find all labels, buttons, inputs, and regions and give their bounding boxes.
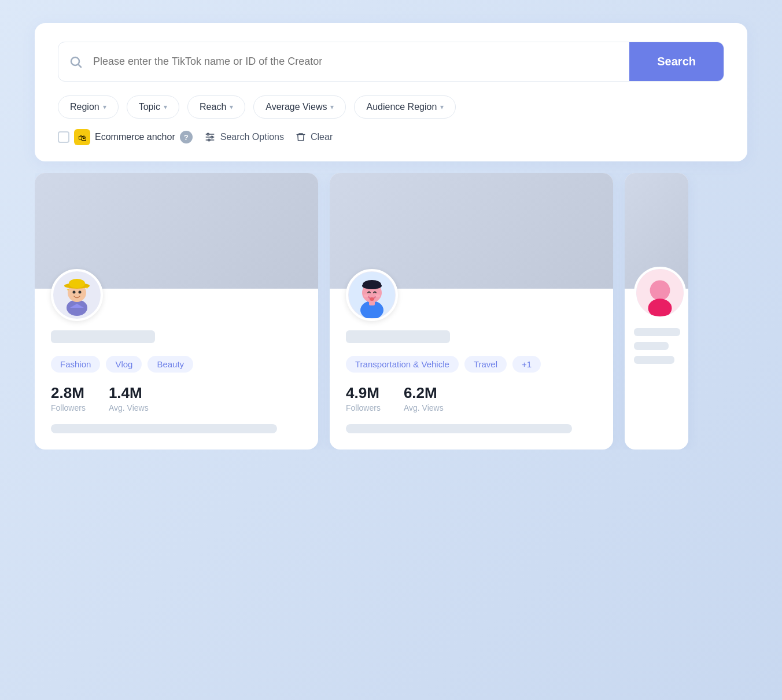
action-placeholder bbox=[51, 424, 277, 433]
followers-stat: 2.8M Followers bbox=[51, 384, 86, 412]
tag[interactable]: Vlog bbox=[106, 356, 142, 373]
search-options-button[interactable]: Search Options bbox=[204, 131, 284, 143]
avg-views-label: Avg. Views bbox=[404, 403, 444, 412]
avg-views-stat: 6.2M Avg. Views bbox=[404, 384, 444, 412]
svg-point-27 bbox=[650, 280, 670, 300]
followers-label: Followers bbox=[346, 403, 381, 412]
partial-creator-card bbox=[625, 173, 688, 450]
card-body: ✦ ✦ Fashion Vlog Beauty 2.8M bbox=[35, 289, 318, 450]
search-button[interactable]: Search bbox=[629, 42, 724, 81]
followers-value: 4.9M bbox=[346, 384, 381, 402]
svg-line-1 bbox=[79, 64, 81, 67]
search-input[interactable] bbox=[93, 43, 629, 80]
ecommerce-checkbox[interactable] bbox=[58, 131, 69, 143]
stats-row: 4.9M Followers 6.2M Avg. Views bbox=[346, 384, 597, 412]
page-wrapper: Search Region ▾ Topic ▾ Reach ▾ Average … bbox=[35, 23, 747, 450]
cards-area: ✦ ✦ Fashion Vlog Beauty 2.8M bbox=[35, 173, 747, 450]
followers-value: 2.8M bbox=[51, 384, 86, 402]
svg-point-24 bbox=[364, 294, 368, 297]
chevron-down-icon: ▾ bbox=[230, 103, 233, 111]
options-row: 🛍 Ecommerce anchor ? Search Options bbox=[58, 129, 724, 145]
chevron-down-icon: ▾ bbox=[330, 103, 334, 111]
partial-card-body bbox=[625, 289, 688, 373]
chevron-down-icon: ▾ bbox=[440, 103, 444, 111]
creator-card: Transportation & Vehicle Travel +1 4.9M … bbox=[330, 173, 613, 450]
name-placeholder bbox=[51, 330, 155, 343]
help-icon[interactable]: ? bbox=[180, 131, 193, 143]
audience-region-filter[interactable]: Audience Region ▾ bbox=[354, 95, 456, 119]
svg-text:✦: ✦ bbox=[67, 288, 69, 292]
tag[interactable]: Fashion bbox=[51, 356, 100, 373]
reach-filter[interactable]: Reach ▾ bbox=[187, 95, 245, 119]
svg-point-23 bbox=[370, 297, 374, 301]
ecommerce-anchor-wrapper: 🛍 Ecommerce anchor ? bbox=[58, 129, 193, 145]
avg-views-value: 1.4M bbox=[109, 384, 149, 402]
tag[interactable]: Travel bbox=[464, 356, 507, 373]
search-icon bbox=[58, 55, 93, 69]
svg-text:✦: ✦ bbox=[85, 285, 89, 290]
tags-row: Fashion Vlog Beauty bbox=[51, 356, 302, 373]
avatar-wrapper bbox=[346, 269, 597, 321]
tag[interactable]: +1 bbox=[512, 356, 541, 373]
action-placeholder bbox=[346, 424, 572, 433]
filters-row: Region ▾ Topic ▾ Reach ▾ Average Views ▾… bbox=[58, 95, 724, 119]
stats-row: 2.8M Followers 1.4M Avg. Views bbox=[51, 384, 302, 412]
search-bar: Search bbox=[58, 42, 724, 82]
card-body: Transportation & Vehicle Travel +1 4.9M … bbox=[330, 289, 613, 450]
svg-point-22 bbox=[362, 282, 382, 289]
svg-point-14 bbox=[79, 291, 82, 294]
avatar bbox=[346, 269, 398, 321]
ecommerce-label: Ecommerce anchor bbox=[95, 132, 175, 142]
partial-line bbox=[634, 342, 669, 350]
partial-card-lines bbox=[634, 328, 679, 364]
region-filter[interactable]: Region ▾ bbox=[58, 95, 119, 119]
tags-row: Transportation & Vehicle Travel +1 bbox=[346, 356, 597, 373]
followers-label: Followers bbox=[51, 403, 86, 412]
chevron-down-icon: ▾ bbox=[164, 103, 167, 111]
avg-views-value: 6.2M bbox=[404, 384, 444, 402]
avg-views-label: Avg. Views bbox=[109, 403, 149, 412]
followers-stat: 4.9M Followers bbox=[346, 384, 381, 412]
name-placeholder bbox=[346, 330, 450, 343]
tag[interactable]: Transportation & Vehicle bbox=[346, 356, 459, 373]
partial-line bbox=[634, 328, 680, 336]
partial-line bbox=[634, 356, 674, 364]
ecommerce-bag-icon: 🛍 bbox=[74, 129, 90, 145]
search-panel: Search Region ▾ Topic ▾ Reach ▾ Average … bbox=[35, 23, 747, 161]
avg-views-stat: 1.4M Avg. Views bbox=[109, 384, 149, 412]
topic-filter[interactable]: Topic ▾ bbox=[127, 95, 179, 119]
avg-views-filter[interactable]: Average Views ▾ bbox=[253, 95, 346, 119]
partial-avatar bbox=[634, 267, 686, 319]
creator-card: ✦ ✦ Fashion Vlog Beauty 2.8M bbox=[35, 173, 318, 450]
chevron-down-icon: ▾ bbox=[103, 103, 106, 111]
tag[interactable]: Beauty bbox=[147, 356, 193, 373]
svg-point-5 bbox=[207, 133, 209, 135]
svg-point-7 bbox=[208, 139, 209, 141]
svg-point-13 bbox=[73, 291, 76, 294]
svg-point-12 bbox=[69, 279, 85, 288]
svg-point-25 bbox=[375, 294, 380, 297]
clear-button[interactable]: Clear bbox=[296, 132, 333, 142]
svg-point-6 bbox=[211, 136, 212, 138]
avatar-wrapper: ✦ ✦ bbox=[51, 269, 302, 321]
avatar: ✦ ✦ bbox=[51, 269, 103, 321]
